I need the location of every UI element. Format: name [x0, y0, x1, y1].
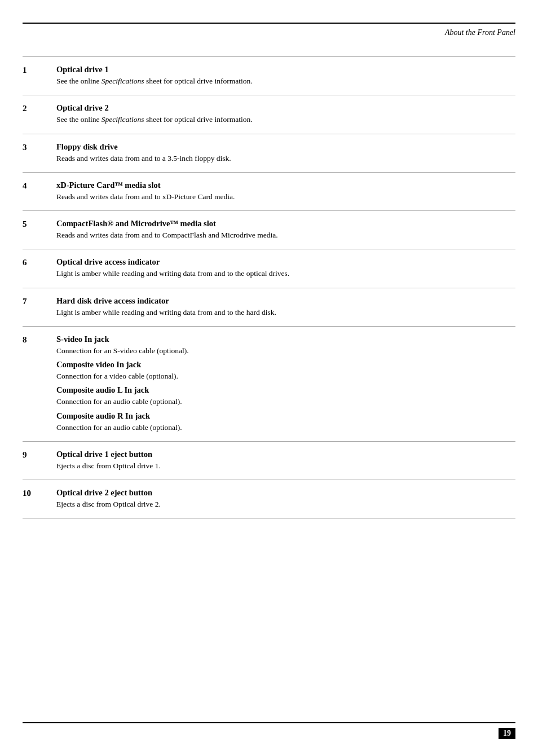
item-title: Optical drive 1 eject button: [56, 450, 515, 459]
item-number: 5: [23, 219, 56, 241]
item-desc: Light is amber while reading and writing…: [56, 268, 515, 279]
sub-item: Composite audio R In jack Connection for…: [56, 411, 515, 433]
item-number: 10: [23, 488, 56, 510]
item-desc: Connection for an audio cable (optional)…: [56, 422, 515, 433]
list-item: 6 Optical drive access indicator Light i…: [23, 249, 515, 288]
item-desc: Connection for an S-video cable (optiona…: [56, 345, 515, 357]
page-footer: 19: [23, 722, 515, 739]
list-item: 10 Optical drive 2 eject button Ejects a…: [23, 480, 515, 518]
page-header: About the Front Panel: [23, 28, 515, 43]
item-desc: Light is amber while reading and writing…: [56, 307, 515, 318]
item-title: Optical drive 2: [56, 103, 515, 113]
item-number: 8: [23, 335, 56, 433]
item-desc: Reads and writes data from and to xD-Pic…: [56, 191, 515, 203]
item-title: Optical drive access indicator: [56, 257, 515, 267]
list-item: 5 CompactFlash® and Microdrive™ media sl…: [23, 211, 515, 249]
item-title: xD-Picture Card™ media slot: [56, 181, 515, 190]
item-content: CompactFlash® and Microdrive™ media slot…: [56, 219, 515, 241]
item-title: Composite audio L In jack: [56, 385, 515, 395]
item-desc: Connection for an audio cable (optional)…: [56, 396, 515, 407]
sub-item: Composite video In jack Connection for a…: [56, 360, 515, 382]
item-title: Floppy disk drive: [56, 142, 515, 152]
item-content: Hard disk drive access indicator Light i…: [56, 296, 515, 318]
item-number: 3: [23, 142, 56, 164]
item-content: S-video In jack Connection for an S-vide…: [56, 335, 515, 433]
page-number: 19: [499, 728, 515, 739]
item-desc: Connection for a video cable (optional).: [56, 371, 515, 382]
item-content: Optical drive 1 See the online Specifica…: [56, 65, 515, 87]
item-desc: See the online Specifications sheet for …: [56, 76, 515, 87]
content-area: 1 Optical drive 1 See the online Specifi…: [23, 56, 515, 711]
list-item: 3 Floppy disk drive Reads and writes dat…: [23, 134, 515, 173]
footer-content: 19: [23, 728, 515, 739]
list-item: 1 Optical drive 1 See the online Specifi…: [23, 57, 515, 95]
list-item: 4 xD-Picture Card™ media slot Reads and …: [23, 173, 515, 211]
item-title: Optical drive 1: [56, 65, 515, 74]
list-item: 2 Optical drive 2 See the online Specifi…: [23, 95, 515, 134]
item-title: CompactFlash® and Microdrive™ media slot: [56, 219, 515, 228]
item-number: 1: [23, 65, 56, 87]
item-number: 2: [23, 103, 56, 125]
item-content: Optical drive 2 See the online Specifica…: [56, 103, 515, 125]
item-desc: Reads and writes data from and to a 3.5-…: [56, 153, 515, 164]
header-title: About the Front Panel: [445, 28, 515, 37]
item-content: Optical drive access indicator Light is …: [56, 257, 515, 279]
item-number: 4: [23, 181, 56, 203]
item-title: S-video In jack: [56, 335, 515, 344]
list-item: 8 S-video In jack Connection for an S-vi…: [23, 327, 515, 442]
item-desc: See the online Specifications sheet for …: [56, 114, 515, 125]
item-desc: Ejects a disc from Optical drive 1.: [56, 460, 515, 472]
item-content: Floppy disk drive Reads and writes data …: [56, 142, 515, 164]
item-title: Composite audio R In jack: [56, 411, 515, 421]
item-desc: Reads and writes data from and to Compac…: [56, 230, 515, 241]
list-item: 7 Hard disk drive access indicator Light…: [23, 288, 515, 327]
item-desc: Ejects a disc from Optical drive 2.: [56, 499, 515, 510]
item-number: 7: [23, 296, 56, 318]
item-title: Hard disk drive access indicator: [56, 296, 515, 306]
item-content: Optical drive 2 eject button Ejects a di…: [56, 488, 515, 510]
item-content: xD-Picture Card™ media slot Reads and wr…: [56, 181, 515, 203]
top-border: [23, 23, 515, 24]
footer-border: [23, 722, 515, 723]
item-number: 6: [23, 257, 56, 279]
item-content: Optical drive 1 eject button Ejects a di…: [56, 450, 515, 472]
item-title: Optical drive 2 eject button: [56, 488, 515, 498]
page: About the Front Panel 1 Optical drive 1 …: [0, 0, 538, 756]
item-title: Composite video In jack: [56, 360, 515, 370]
sub-item: Composite audio L In jack Connection for…: [56, 385, 515, 407]
item-number: 9: [23, 450, 56, 472]
list-item: 9 Optical drive 1 eject button Ejects a …: [23, 442, 515, 480]
